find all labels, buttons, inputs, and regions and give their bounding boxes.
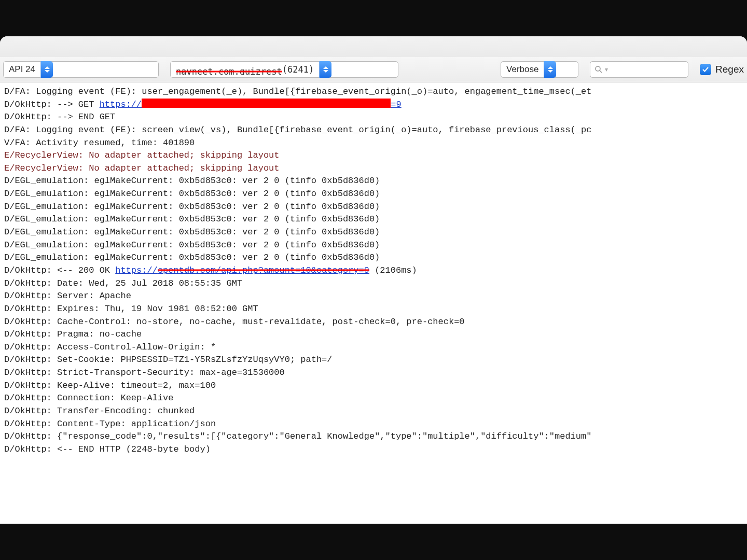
log-line: D/OkHttp: --> END GET: [4, 111, 743, 124]
search-dropdown-arrow-icon[interactable]: ▾: [605, 66, 608, 73]
log-line: E/RecyclerView: No adapter attached; ski…: [4, 149, 743, 162]
log-line: D/EGL_emulation: eglMakeCurrent: 0xb5d85…: [4, 213, 743, 226]
logcat-window: API 24 navneet.com.quizrest(6241) Verbos…: [0, 36, 747, 524]
log-line: D/OkHttp: --> GET https://=9: [4, 99, 743, 111]
log-line: V/FA: Activity resumed, time: 401890: [4, 137, 743, 150]
search-input[interactable]: ▾: [590, 61, 688, 78]
device-select[interactable]: API 24: [3, 61, 159, 78]
process-select[interactable]: navneet.com.quizrest(6241): [170, 61, 398, 78]
log-line: D/OkHttp: Strict-Transport-Security: max…: [4, 367, 743, 380]
log-line: D/OkHttp: Connection: Keep-Alive: [4, 392, 743, 405]
log-line: E/RecyclerView: No adapter attached; ski…: [4, 162, 743, 175]
log-line: D/OkHttp: Date: Wed, 25 Jul 2018 08:55:3…: [4, 277, 743, 290]
chevron-updown-icon[interactable]: [40, 61, 53, 78]
log-line: D/OkHttp: <-- END HTTP (2248-byte body): [4, 443, 743, 456]
log-line: D/OkHttp: Cache-Control: no-store, no-ca…: [4, 316, 743, 329]
response-url[interactable]: https://opentdb.com/api.php?amount=10&ca…: [115, 265, 369, 275]
regex-label: Regex: [715, 64, 744, 75]
device-select-value: API 24: [4, 64, 40, 75]
log-line: D/EGL_emulation: eglMakeCurrent: 0xb5d85…: [4, 239, 743, 252]
redacted-url-text: opentdb.com/api.php?amount=10&category=9: [158, 265, 369, 275]
log-line: D/EGL_emulation: eglMakeCurrent: 0xb5d85…: [4, 175, 743, 188]
log-line: D/OkHttp: <-- 200 OK https://opentdb.com…: [4, 264, 743, 277]
log-line: D/OkHttp: Set-Cookie: PHPSESSID=TZ1-Y5Rs…: [4, 354, 743, 367]
log-line: D/OkHttp: Access-Control-Allow-Origin: *: [4, 341, 743, 354]
redaction-bar: [142, 99, 391, 108]
checkbox-checked-icon[interactable]: [700, 64, 711, 75]
log-output[interactable]: D/FA: Logging event (FE): user_engagemen…: [0, 82, 747, 461]
log-line: D/OkHttp: Content-Type: application/json: [4, 418, 743, 431]
log-line: D/FA: Logging event (FE): screen_view(_v…: [4, 124, 743, 137]
log-line: D/OkHttp: Pragma: no-cache: [4, 328, 743, 341]
log-line: D/EGL_emulation: eglMakeCurrent: 0xb5d85…: [4, 201, 743, 214]
log-line: D/OkHttp: {"response_code":0,"results":[…: [4, 430, 743, 443]
log-line: D/FA: Logging event (FE): user_engagemen…: [4, 86, 743, 99]
log-line: D/OkHttp: Expires: Thu, 19 Nov 1981 08:5…: [4, 303, 743, 316]
window-toolbar: [0, 36, 747, 57]
regex-toggle[interactable]: Regex: [700, 64, 744, 75]
log-level-select[interactable]: Verbose: [501, 61, 578, 78]
log-line: D/EGL_emulation: eglMakeCurrent: 0xb5d85…: [4, 251, 743, 264]
log-level-value: Verbose: [501, 64, 544, 75]
log-line: D/OkHttp: Server: Apache: [4, 290, 743, 303]
log-line: D/EGL_emulation: eglMakeCurrent: 0xb5d85…: [4, 226, 743, 239]
svg-point-0: [596, 66, 600, 71]
chevron-updown-icon[interactable]: [544, 61, 556, 78]
process-pid: (6241): [282, 64, 314, 75]
request-url-suffix[interactable]: =9: [391, 100, 401, 109]
svg-line-1: [600, 71, 602, 73]
filter-bar: API 24 navneet.com.quizrest(6241) Verbos…: [0, 57, 747, 82]
chevron-updown-icon[interactable]: [319, 61, 331, 78]
search-icon: [594, 65, 603, 74]
log-line: D/OkHttp: Keep-Alive: timeout=2, max=100: [4, 380, 743, 393]
request-url[interactable]: https://: [100, 100, 142, 109]
process-select-value: navneet.com.quizrest(6241): [171, 64, 319, 75]
process-name-redacted: navneet.com.quizrest: [176, 66, 282, 75]
log-line: D/OkHttp: Transfer-Encoding: chunked: [4, 405, 743, 418]
log-line: D/EGL_emulation: eglMakeCurrent: 0xb5d85…: [4, 188, 743, 201]
